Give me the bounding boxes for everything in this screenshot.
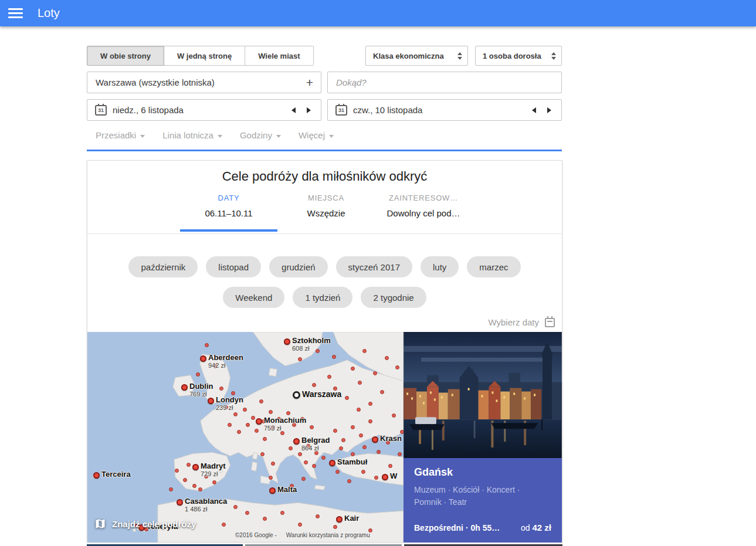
depart-date-prev-arrow[interactable] [286,103,301,118]
discover-tabs: DATY 06.11–10.11 MIEJSCA Wszędzie ZAINTE… [180,194,472,218]
map-dot-icon [192,484,196,488]
destination-marker-icon [382,474,388,480]
map-terms-link[interactable]: Warunki korzystania z programu [286,532,370,538]
map-dot-icon [169,487,173,491]
map-dot-icon [196,372,200,377]
month-chip[interactable]: listopad [206,256,261,277]
depart-date-next-arrow[interactable] [301,103,316,118]
tab-dates[interactable]: DATY 06.11–10.11 [180,194,277,218]
map-dot-icon [377,450,381,454]
map-dot-icon [339,446,343,450]
destination-marker-icon [372,436,378,443]
filter-more[interactable]: Więcej [299,130,334,140]
destination-flight-info: Bezpośredni · 0h 55… [414,523,500,533]
map-dot-icon [351,425,355,429]
map-dot-icon [312,464,316,468]
trip-type-multicity[interactable]: Wiele miast [245,46,313,66]
map-dot-icon [368,419,372,423]
map-dot-icon [222,523,226,527]
filter-times[interactable]: Godziny [240,130,281,140]
marker-price-label: 753 zł [264,425,281,432]
month-chips: październiklistopadgrudzieństyczeń 2017l… [87,256,562,277]
map-dot-icon [233,505,238,509]
map-dot-icon [388,464,392,468]
destination-marker-icon [208,398,214,404]
map-dot-icon [374,476,378,480]
return-date-prev-arrow[interactable] [526,103,541,118]
passengers-select[interactable]: 1 osoba dorosła [475,46,562,66]
map-dot-icon [362,349,367,353]
tab-interests[interactable]: ZAINTERESOW… Dowolny cel pod… [375,194,472,218]
map-dot-icon [187,463,191,467]
map-dot-icon [269,476,273,480]
tab-places[interactable]: MIEJSCA Wszędzie [277,194,375,218]
map-dot-icon [335,470,340,474]
origin-field[interactable]: Warszawa (wszystkie lotniska) + [87,72,321,93]
map-dot-icon [373,371,377,375]
map-dot-icon [345,396,349,400]
marker-city-label: Aberdeen [208,353,243,362]
marker-price-label: 729 zł [201,470,218,477]
map-dot-icon [212,480,216,484]
filter-stops[interactable]: Przesiadki [96,130,145,140]
choose-dates-button[interactable]: Wybierz daty [488,317,555,327]
map-dot-icon [332,355,336,359]
filter-airline[interactable]: Linia lotnicza [162,130,222,140]
menu-button[interactable] [0,0,30,26]
find-destinations-button[interactable]: Znajdź cele podróży [94,518,196,530]
map-dot-icon [301,477,306,481]
destination-marker-icon [269,487,276,494]
add-origin-icon[interactable]: + [306,76,313,89]
map-dot-icon [298,357,302,361]
trip-type-group: W obie strony W jedną stronę Wiele miast [87,46,314,66]
return-date-next-arrow[interactable] [541,103,557,118]
map-dot-icon [359,433,363,438]
month-chip[interactable]: styczeń 2017 [336,256,412,277]
month-chip[interactable]: październik [128,256,198,277]
marker-city-label: Monachium [264,416,306,425]
app-bar: Loty [0,0,756,26]
map-dot-icon [246,423,250,427]
return-date-value: czw., 10 listopada [353,105,526,115]
map-dot-icon [260,452,265,456]
marker-price-label: 942 zł [208,362,225,369]
map-dot-icon [333,525,337,529]
destination-marker-icon [177,499,183,506]
month-chip[interactable]: luty [421,256,459,277]
destination-field [327,72,562,93]
duration-chip[interactable]: 1 tydzień [293,287,352,308]
calendar-icon [545,318,555,327]
map-dot-icon [385,356,389,360]
map-dot-icon [269,410,273,414]
explore-row: Sztokholm608 złAberdeen942 złDublin769 z… [87,332,562,542]
depart-date-value: niedz., 6 listopada [113,105,286,115]
hamburger-icon [8,6,23,21]
month-chip[interactable]: grudzień [269,256,328,277]
depart-date-field[interactable]: 31 niedz., 6 listopada [87,99,321,121]
destination-card-gdansk[interactable]: Gdańsk Muzeum · Kościół · Koncert · Pomn… [404,332,562,542]
destination-marker-icon [293,438,300,445]
gdansk-waterfront-image [404,332,562,458]
marker-price-label: 769 zł [189,391,206,398]
trip-type-roundtrip[interactable]: W obie strony [87,46,164,66]
map-dot-icon [259,399,263,403]
calendar-icon: 31 [335,105,347,116]
destination-input[interactable] [328,72,561,93]
chevron-down-icon [218,135,222,138]
duration-chip[interactable]: Weekend [223,287,284,308]
destination-marker-icon [329,460,335,466]
duration-chip[interactable]: 2 tygodnie [361,287,426,308]
discover-card: Cele podróży dla miłośników odkryć DATY … [87,160,562,542]
map-dot-icon [347,479,351,483]
updown-arrows-icon [457,52,462,60]
month-chip[interactable]: marzec [467,256,520,277]
cabin-class-select[interactable]: Klasa ekonomiczna [365,46,468,66]
trip-type-oneway[interactable]: W jedną stronę [164,46,245,66]
map-dot-icon [304,460,308,464]
map-dot-icon [362,445,367,449]
destinations-map[interactable]: Sztokholm608 złAberdeen942 złDublin769 z… [87,332,404,542]
return-date-field[interactable]: 31 czw., 10 listopada [327,99,562,121]
marker-city-label: Sztokholm [292,336,331,345]
map-dot-icon [263,437,267,441]
map-dot-icon [255,429,259,433]
